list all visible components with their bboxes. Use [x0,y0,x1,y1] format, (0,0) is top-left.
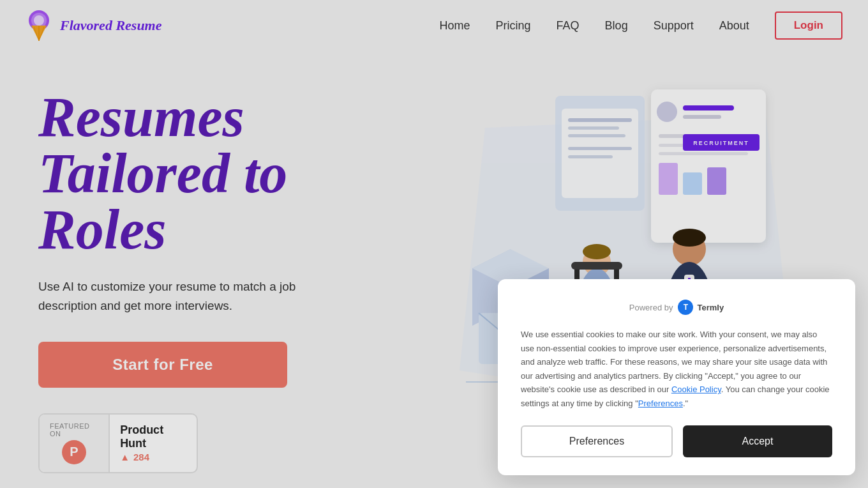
termly-icon: T [678,300,693,315]
powered-by-label: Powered by [629,303,673,312]
cookie-powered-by: Powered by T Termly [521,300,832,315]
preferences-button[interactable]: Preferences [521,425,673,457]
cookie-actions: Preferences Accept [521,425,832,457]
cookie-policy-link[interactable]: Cookie Policy [671,385,721,394]
accept-button[interactable]: Accept [683,425,832,457]
cookie-banner: Powered by T Termly We use essential coo… [498,279,855,475]
preferences-inline-link[interactable]: Preferences [638,399,683,408]
cookie-overlay: Powered by T Termly We use essential coo… [0,0,868,488]
termly-name: Termly [697,303,724,312]
cookie-body-3: ." [683,399,688,408]
cookie-text: We use essential cookies to make our sit… [521,328,832,410]
termly-logo: T Termly [678,300,724,315]
